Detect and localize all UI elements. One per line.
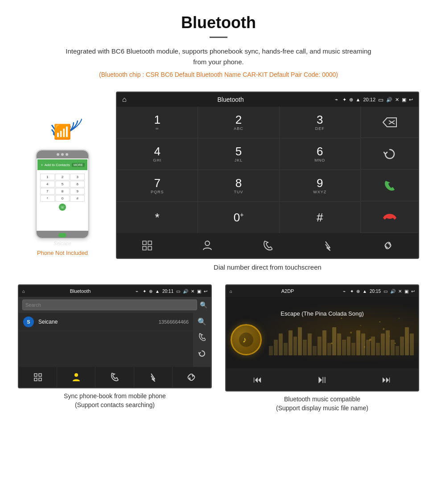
pb-contact-name: Seicane bbox=[38, 319, 159, 325]
svg-rect-12 bbox=[39, 378, 41, 381]
dial-key-3[interactable]: 3 DEF bbox=[280, 107, 360, 138]
pb-back-icon[interactable]: ↩ bbox=[204, 289, 207, 294]
dial-key-6[interactable]: 6 MNO bbox=[280, 138, 360, 170]
pb-volume-icon[interactable]: 🔊 bbox=[183, 289, 188, 294]
car-home-icon[interactable]: ⌂ bbox=[122, 96, 127, 104]
pb-contact-row[interactable]: S Seicane 13566664466 bbox=[19, 313, 193, 331]
phone-icon bbox=[263, 240, 272, 251]
car-link-btn[interactable] bbox=[358, 233, 418, 258]
dial-key-9[interactable]: 9 WXYZ bbox=[280, 170, 360, 201]
dial-key-0[interactable]: 0+ bbox=[198, 202, 279, 233]
car-close-icon[interactable]: ✕ bbox=[395, 97, 399, 103]
pb-phone-btn[interactable] bbox=[95, 367, 134, 387]
music-home-icon[interactable]: ⌂ bbox=[230, 289, 232, 294]
pb-contact-number: 13566664466 bbox=[159, 319, 189, 325]
dial-key-star[interactable]: * bbox=[117, 202, 198, 233]
speaker-dot3 bbox=[66, 153, 68, 156]
car-backspace-key[interactable] bbox=[360, 107, 418, 138]
car-phone-btn[interactable] bbox=[237, 233, 297, 258]
music-screen: ⌂ A2DP ⌁ ✦ ⊕ ▲ 20:15 ▭ 🔊 ✕ ▣ ↩ bbox=[225, 284, 419, 392]
car-window-icon[interactable]: ▣ bbox=[402, 97, 406, 103]
pb-side-search-icon[interactable]: 🔍 bbox=[195, 315, 209, 329]
pb-side-phone-icon[interactable] bbox=[196, 330, 208, 346]
car-back-icon[interactable]: ↩ bbox=[409, 97, 413, 103]
svg-rect-7 bbox=[148, 246, 152, 250]
pb-person-btn[interactable] bbox=[57, 367, 95, 387]
music-back-icon[interactable]: ↩ bbox=[411, 289, 415, 294]
phone-mockup: ＋ Add to Contacts MORE 1 2 3 4 5 6 7 8 9 bbox=[36, 150, 89, 239]
pb-grid-btn[interactable] bbox=[19, 367, 57, 387]
pb-close-x-icon[interactable]: ✕ bbox=[191, 289, 194, 294]
reload-icon bbox=[383, 148, 396, 160]
music-vol-icon[interactable]: 🔊 bbox=[390, 289, 396, 294]
contacts-icon bbox=[202, 240, 212, 251]
dial-key-2[interactable]: 2 ABC bbox=[198, 107, 279, 138]
pb-camera-icon[interactable]: ▭ bbox=[176, 289, 180, 294]
pb-time: 20:11 bbox=[162, 289, 173, 294]
phone-not-included-label: Phone Not Included bbox=[37, 250, 88, 256]
phone-home-btn bbox=[58, 233, 66, 237]
car-call-red-key[interactable] bbox=[360, 202, 418, 233]
car-screen-title: Bluetooth bbox=[131, 96, 330, 103]
music-window-icon[interactable]: ▣ bbox=[404, 289, 408, 294]
end-call-icon bbox=[382, 212, 397, 223]
svg-point-18 bbox=[379, 321, 380, 323]
music-usb-icon: ⌁ bbox=[343, 289, 346, 294]
pb-usb-icon: ⌁ bbox=[136, 289, 138, 294]
phone-key-0: 0 bbox=[55, 195, 70, 202]
bottom-screenshots: ⌂ Bluetooth ⌁ ✦ ⊕ ▲ 20:11 ▭ 🔊 ✕ ▣ ↩ Sear… bbox=[0, 284, 437, 421]
car-bt-btn[interactable] bbox=[298, 233, 358, 258]
car-dialpad: 1 ∞ 2 ABC 3 DEF 4 GHI bbox=[117, 107, 360, 233]
phone-key-5: 5 bbox=[55, 181, 70, 187]
phone-key-7: 7 bbox=[40, 188, 55, 195]
seicane-watermark: Seicane bbox=[54, 241, 71, 246]
page-header: Bluetooth Integrated with BC6 Bluetooth … bbox=[0, 0, 437, 83]
phone-key-4: 4 bbox=[40, 181, 55, 187]
car-bt-icon: ✦ bbox=[342, 97, 346, 103]
pb-status-bar: ⌂ Bluetooth ⌁ ✦ ⊕ ▲ 20:11 ▭ 🔊 ✕ ▣ ↩ bbox=[19, 285, 211, 297]
car-screen-area: ⌂ Bluetooth ⌁ ✦ ⊕ ▲ 20:12 ▭ 🔊 ✕ ▣ ↩ bbox=[116, 92, 419, 280]
dial-key-5[interactable]: 5 JKL bbox=[198, 138, 279, 170]
car-volume-icon[interactable]: 🔊 bbox=[386, 97, 392, 103]
dial-key-8[interactable]: 8 TUV bbox=[198, 170, 279, 201]
phone-screen-content: 1 2 3 4 5 6 7 8 9 * 0 # bbox=[37, 170, 87, 212]
dial-key-hash[interactable]: # bbox=[280, 202, 360, 233]
car-screen: ⌂ Bluetooth ⌁ ✦ ⊕ ▲ 20:12 ▭ 🔊 ✕ ▣ ↩ bbox=[116, 92, 419, 259]
car-call-green-key[interactable] bbox=[360, 170, 418, 201]
music-bt-icon: ✦ bbox=[350, 289, 354, 294]
pb-bottom-actions bbox=[19, 367, 211, 387]
speaker-dot2 bbox=[61, 153, 64, 156]
phone-key-1: 1 bbox=[40, 174, 55, 180]
svg-rect-11 bbox=[34, 378, 37, 381]
pb-bt-btn[interactable] bbox=[134, 367, 173, 387]
pb-bt-icon bbox=[149, 372, 157, 382]
phone-key-hash: # bbox=[70, 195, 85, 202]
pb-link-btn[interactable] bbox=[173, 367, 211, 387]
music-close-icon[interactable]: ✕ bbox=[398, 289, 402, 294]
phone-top-bar bbox=[37, 150, 88, 158]
car-grid-btn[interactable] bbox=[117, 233, 177, 258]
dial-key-1[interactable]: 1 ∞ bbox=[117, 107, 198, 138]
car-status-bar: ⌂ Bluetooth ⌁ ✦ ⊕ ▲ 20:12 ▭ 🔊 ✕ ▣ ↩ bbox=[117, 92, 418, 107]
dial-key-7[interactable]: 7 PQRS bbox=[117, 170, 198, 201]
pb-search-icon[interactable]: 🔍 bbox=[200, 301, 207, 308]
music-prev-btn[interactable]: ⏮ bbox=[253, 375, 262, 385]
pb-side-refresh-icon[interactable] bbox=[196, 347, 208, 362]
dial-key-4[interactable]: 4 GHI bbox=[117, 138, 198, 170]
car-side-actions bbox=[360, 107, 418, 233]
pb-home-icon[interactable]: ⌂ bbox=[22, 289, 25, 294]
pb-search-box[interactable]: Search bbox=[22, 300, 197, 310]
phone-key-6: 6 bbox=[70, 181, 85, 187]
link-icon bbox=[383, 240, 393, 251]
pb-window-icon[interactable]: ▣ bbox=[197, 289, 201, 294]
music-next-btn[interactable]: ⏭ bbox=[382, 375, 391, 385]
music-album-art: ♪ bbox=[231, 324, 262, 355]
music-camera-icon[interactable]: ▭ bbox=[383, 289, 388, 294]
pb-search-placeholder: Search bbox=[25, 302, 41, 308]
car-camera-icon[interactable]: ▭ bbox=[378, 96, 383, 103]
music-playpause-btn[interactable]: ⏯ bbox=[317, 373, 327, 386]
car-contacts-btn[interactable] bbox=[177, 233, 237, 258]
car-signal-icon: ▲ bbox=[356, 97, 361, 102]
car-reload-key[interactable] bbox=[360, 138, 418, 170]
phone-key-3: 3 bbox=[70, 174, 85, 180]
